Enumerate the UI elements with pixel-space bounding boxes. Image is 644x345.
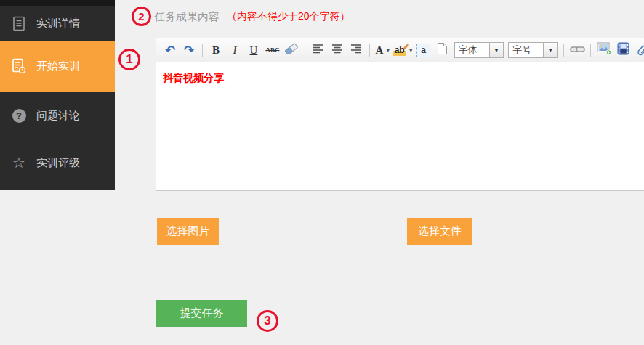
font-family-value: 字体 bbox=[455, 44, 478, 57]
sidebar-item-start-training[interactable]: 开始实训 bbox=[0, 41, 115, 92]
font-size-select[interactable]: 字号 ▼ bbox=[508, 42, 558, 58]
align-left-button[interactable] bbox=[309, 41, 328, 59]
sidebar-item-label: 实训评级 bbox=[36, 156, 80, 170]
undo-button[interactable]: ↶ bbox=[161, 41, 180, 59]
align-right-button[interactable] bbox=[347, 41, 366, 59]
sidebar-item-label: 开始实训 bbox=[36, 60, 80, 73]
bold-icon: B bbox=[212, 44, 220, 57]
bold-button[interactable]: B bbox=[206, 41, 225, 59]
document-clock-icon bbox=[11, 58, 27, 74]
sidebar-item-label: 实训详情 bbox=[36, 17, 80, 31]
font-color-button[interactable]: A ▼ bbox=[374, 41, 393, 59]
redo-icon: ↷ bbox=[184, 44, 194, 57]
rich-text-editor: ↶ ↷ B I U ABC bbox=[156, 38, 644, 191]
toolbar-separator bbox=[202, 44, 203, 57]
undo-icon: ↶ bbox=[165, 44, 175, 57]
editor-content-area[interactable]: 抖音视频分享 bbox=[156, 62, 644, 191]
chevron-down-icon: ▼ bbox=[385, 48, 390, 53]
attach-file-button[interactable] bbox=[632, 41, 644, 59]
align-right-icon bbox=[350, 44, 362, 57]
font-family-select[interactable]: 字体 ▼ bbox=[454, 42, 504, 58]
char-border-button[interactable]: a bbox=[414, 41, 433, 59]
toolbar-separator bbox=[369, 44, 370, 57]
question-icon: ? bbox=[11, 109, 27, 123]
header: 任务成果内容 （内容不得少于20个字符） bbox=[154, 7, 644, 26]
font-size-value: 字号 bbox=[509, 44, 531, 57]
char-border-icon: a bbox=[416, 44, 430, 57]
highlight-color-button[interactable]: ab ▼ bbox=[393, 41, 414, 59]
submit-task-button[interactable]: 提交任务 bbox=[156, 300, 247, 327]
insert-video-button[interactable] bbox=[613, 41, 632, 59]
sidebar-top-strip bbox=[0, 0, 115, 6]
film-icon bbox=[617, 42, 629, 58]
italic-button[interactable]: I bbox=[225, 41, 244, 59]
page-title: 任务成果内容 bbox=[154, 10, 220, 24]
eraser-icon bbox=[284, 43, 299, 57]
font-color-icon: A bbox=[375, 44, 383, 57]
document-icon bbox=[11, 16, 27, 31]
insert-image-button[interactable] bbox=[595, 41, 613, 59]
image-icon bbox=[597, 42, 612, 58]
align-center-icon bbox=[331, 44, 343, 57]
star-icon: ☆ bbox=[11, 155, 27, 170]
chevron-down-icon: ▼ bbox=[543, 43, 557, 57]
highlight-icon: ab bbox=[393, 44, 406, 56]
underline-icon: U bbox=[250, 44, 258, 57]
underline-button[interactable]: U bbox=[244, 41, 263, 59]
paperclip-icon bbox=[635, 42, 644, 57]
italic-icon: I bbox=[233, 44, 236, 57]
new-page-button[interactable] bbox=[433, 41, 452, 59]
sidebar-item-training-rating[interactable]: ☆ 实训评级 bbox=[0, 139, 115, 186]
toolbar-separator bbox=[305, 44, 305, 57]
select-image-button[interactable]: 选择图片 bbox=[157, 218, 219, 245]
toolbar-separator bbox=[563, 44, 564, 57]
redo-button[interactable]: ↷ bbox=[180, 41, 198, 59]
sidebar-item-label: 问题讨论 bbox=[36, 109, 80, 123]
align-left-icon bbox=[313, 44, 324, 57]
annotation-step-2: 2 bbox=[132, 7, 151, 26]
link-icon bbox=[570, 44, 585, 57]
min-length-note: （内容不得少于20个字符） bbox=[227, 10, 350, 23]
sidebar-item-training-details[interactable]: 实训详情 bbox=[0, 6, 115, 41]
page-icon bbox=[437, 42, 448, 58]
pencil-icon bbox=[403, 42, 410, 52]
editor-toolbar: ↶ ↷ B I U ABC bbox=[156, 38, 644, 62]
strikethrough-button[interactable]: ABC bbox=[263, 41, 282, 59]
chevron-down-icon: ▼ bbox=[489, 43, 503, 57]
insert-link-button[interactable] bbox=[568, 41, 587, 59]
align-center-button[interactable] bbox=[328, 41, 347, 59]
remove-format-button[interactable] bbox=[282, 41, 301, 59]
toolbar-separator bbox=[590, 44, 591, 57]
annotation-step-1: 1 bbox=[118, 49, 140, 70]
strikethrough-icon: ABC bbox=[265, 46, 279, 54]
annotation-step-3: 3 bbox=[257, 310, 278, 332]
sidebar-item-question-discussion[interactable]: ? 问题讨论 bbox=[0, 92, 115, 139]
sidebar: 实训详情 开始实训 ? 问题讨论 ☆ 实训评级 bbox=[0, 0, 115, 190]
select-file-button[interactable]: 选择文件 bbox=[407, 218, 472, 245]
screen: 实训详情 开始实训 ? 问题讨论 ☆ 实训评级 bbox=[0, 0, 644, 345]
header-divider bbox=[361, 17, 644, 17]
